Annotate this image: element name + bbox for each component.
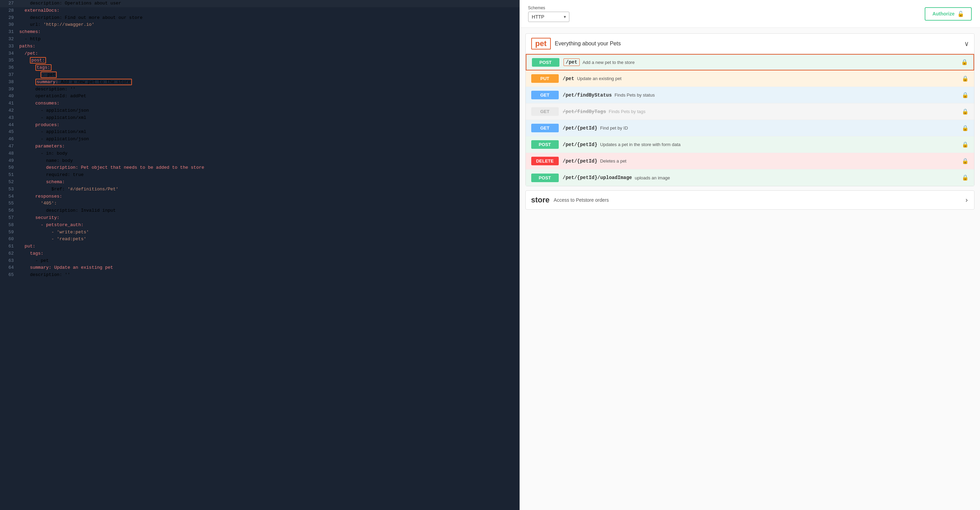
line-number: 47 — [3, 143, 14, 150]
store-tag-label: store — [531, 196, 550, 204]
code-line: 30 url: 'http://swagger.io' — [0, 21, 520, 29]
endpoint-path: /pet — [563, 76, 574, 81]
endpoint-lock-icon: 🔒 — [962, 108, 969, 115]
line-number: 61 — [3, 243, 14, 250]
line-number: 44 — [3, 122, 14, 129]
endpoint-path: /pet — [563, 59, 580, 65]
line-number: 48 — [3, 150, 14, 158]
code-line: 63 - pet — [0, 257, 520, 265]
pet-section-header[interactable]: pet Everything about your Pets ∨ — [526, 33, 974, 54]
highlight-tags: tags: — [35, 64, 51, 71]
authorize-button[interactable]: Authorize 🔓 — [925, 7, 972, 21]
line-content: operationId: addPet — [19, 93, 517, 100]
line-content: - http — [19, 36, 517, 43]
authorize-label: Authorize — [932, 11, 955, 16]
line-content: - pet — [19, 257, 517, 265]
method-badge: GET — [531, 107, 559, 116]
schemes-section: Schemes HTTP — [528, 5, 570, 22]
endpoint-lock-icon: 🔒 — [962, 174, 969, 181]
code-line: 33paths: — [0, 43, 520, 50]
store-api-section: store Access to Petstore orders › — [525, 190, 975, 210]
line-number: 52 — [3, 179, 14, 186]
endpoint-desc: Finds Pets by tags — [609, 109, 646, 114]
line-number: 28 — [3, 7, 14, 14]
line-content: - petstore_auth: — [19, 222, 517, 229]
line-number: 57 — [3, 214, 14, 222]
code-line: 56 description: Invalid input — [0, 207, 520, 214]
pet-tag-label: pet — [531, 38, 551, 49]
endpoint-row[interactable]: PUT/petUpdate an existing pet🔒 — [526, 70, 974, 87]
pet-chevron-icon: ∨ — [964, 40, 969, 48]
line-content: required: true — [19, 172, 517, 179]
line-content: tags: — [19, 64, 517, 72]
endpoint-row[interactable]: POST/pet/{petId}/uploadImageuploads an i… — [526, 169, 974, 186]
code-line: 52 schema: — [0, 179, 520, 186]
line-number: 64 — [3, 264, 14, 271]
code-line: 40 operationId: addPet — [0, 93, 520, 100]
line-content: summary: Add a new pet to the store — [19, 79, 517, 86]
code-line: 64 summary: Update an existing pet — [0, 264, 520, 271]
endpoint-path: /pet/{petId} — [563, 126, 598, 131]
endpoint-lock-icon: 🔒 — [962, 92, 969, 99]
line-number: 46 — [3, 136, 14, 143]
line-content: consumes: — [19, 100, 517, 107]
endpoint-row[interactable]: GET/pet/{petId}Find pet by ID🔒 — [526, 120, 974, 136]
code-line: 57 security: — [0, 214, 520, 222]
line-content: - pet — [19, 72, 517, 79]
endpoint-row[interactable]: POST/pet/{petId}Updates a pet in the sto… — [526, 136, 974, 153]
line-number: 60 — [3, 236, 14, 243]
endpoint-lock-icon: 🔒 — [962, 125, 969, 132]
code-line: 58 - petstore_auth: — [0, 222, 520, 229]
line-content: parameters: — [19, 143, 517, 150]
method-badge: PUT — [531, 74, 559, 83]
line-number: 59 — [3, 229, 14, 236]
endpoint-lock-icon: 🔒 — [961, 59, 968, 65]
line-content: description: Operations about user — [19, 0, 517, 7]
line-number: 34 — [3, 50, 14, 57]
swagger-content: pet Everything about your Pets ∨ POST/pe… — [520, 28, 980, 215]
highlight-summary: summary: Add a new pet to the store — [35, 79, 132, 85]
line-number: 51 — [3, 172, 14, 179]
endpoint-row[interactable]: GET/pet/findByTagsFinds Pets by tags🔒 — [526, 104, 974, 120]
line-number: 56 — [3, 207, 14, 214]
line-content: summary: Update an existing pet — [19, 264, 517, 271]
endpoint-desc: Finds Pets by status — [614, 92, 655, 97]
code-line: 36 tags: — [0, 64, 520, 72]
endpoint-lock-icon: 🔒 — [962, 75, 969, 82]
pet-section-title: Everything about your Pets — [555, 41, 964, 47]
store-section-header[interactable]: store Access to Petstore orders › — [526, 191, 974, 209]
code-line: 38 summary: Add a new pet to the store — [0, 79, 520, 86]
line-content: tags: — [19, 250, 517, 257]
line-content: - application/xml — [19, 129, 517, 136]
code-line: 28 externalDocs: — [0, 7, 520, 14]
line-content: produces: — [19, 122, 517, 129]
line-content: description: '' — [19, 271, 517, 279]
line-number: 27 — [3, 0, 14, 7]
method-badge: DELETE — [531, 157, 559, 165]
line-number: 31 — [3, 29, 14, 36]
pet-api-section: pet Everything about your Pets ∨ POST/pe… — [525, 33, 975, 186]
endpoint-desc: Updates a pet in the store with form dat… — [600, 142, 680, 147]
line-content: - in: body — [19, 150, 517, 158]
code-line: 49 name: body — [0, 158, 520, 165]
endpoint-row[interactable]: POST/petAdd a new pet to the store🔒 — [526, 54, 974, 70]
code-line: 46 - application/json — [0, 136, 520, 143]
code-line: 62 tags: — [0, 250, 520, 257]
line-number: 45 — [3, 129, 14, 136]
code-line: 34 /pet: — [0, 50, 520, 57]
schemes-wrapper[interactable]: HTTP — [528, 12, 570, 22]
code-line: 32 - http — [0, 36, 520, 43]
endpoint-row[interactable]: GET/pet/findByStatusFinds Pets by status… — [526, 87, 974, 104]
line-content: description: '' — [19, 86, 517, 93]
line-content: - application/json — [19, 107, 517, 115]
schemes-select[interactable]: HTTP — [528, 12, 570, 22]
line-number: 29 — [3, 14, 14, 22]
endpoint-row[interactable]: DELETE/pet/{petId}Deletes a pet🔒 — [526, 153, 974, 169]
endpoint-lock-icon: 🔒 — [962, 141, 969, 148]
line-content: url: 'http://swagger.io' — [19, 21, 517, 29]
line-number: 30 — [3, 21, 14, 29]
line-content: $ref: '#/definitions/Pet' — [19, 186, 517, 193]
code-line: 37 - pet — [0, 72, 520, 79]
line-content: name: body — [19, 158, 517, 165]
method-badge: POST — [531, 140, 559, 149]
